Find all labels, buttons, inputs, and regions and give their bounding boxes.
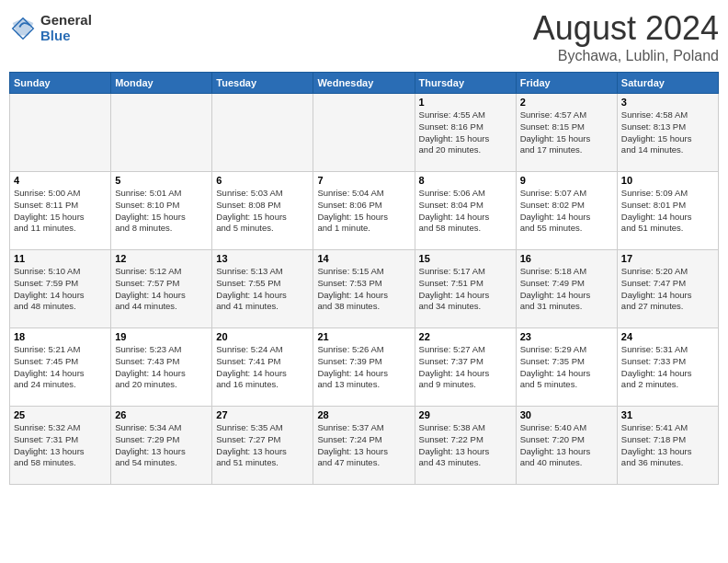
calendar-cell: 15Sunrise: 5:17 AM Sunset: 7:51 PM Dayli… — [415, 250, 516, 328]
day-info: Sunrise: 5:10 AM Sunset: 7:59 PM Dayligh… — [14, 266, 107, 313]
calendar-cell: 29Sunrise: 5:38 AM Sunset: 7:22 PM Dayli… — [415, 407, 516, 485]
day-info: Sunrise: 5:23 AM Sunset: 7:43 PM Dayligh… — [115, 344, 208, 391]
day-number: 9 — [520, 175, 613, 186]
header-saturday: Saturday — [617, 73, 718, 94]
day-number: 25 — [14, 409, 107, 420]
day-info: Sunrise: 5:32 AM Sunset: 7:31 PM Dayligh… — [14, 422, 107, 469]
day-number: 3 — [621, 97, 714, 108]
day-info: Sunrise: 5:31 AM Sunset: 7:33 PM Dayligh… — [621, 344, 714, 391]
day-number: 1 — [419, 97, 512, 108]
location-title: Bychawa, Lublin, Poland — [533, 48, 719, 64]
calendar-cell: 26Sunrise: 5:34 AM Sunset: 7:29 PM Dayli… — [111, 407, 212, 485]
calendar-cell: 27Sunrise: 5:35 AM Sunset: 7:27 PM Dayli… — [212, 407, 313, 485]
day-number: 20 — [216, 331, 309, 342]
calendar-cell: 24Sunrise: 5:31 AM Sunset: 7:33 PM Dayli… — [617, 328, 718, 407]
day-number: 21 — [317, 331, 410, 342]
day-info: Sunrise: 5:13 AM Sunset: 7:55 PM Dayligh… — [216, 266, 309, 313]
day-info: Sunrise: 4:57 AM Sunset: 8:15 PM Dayligh… — [520, 109, 613, 156]
day-info: Sunrise: 5:12 AM Sunset: 7:57 PM Dayligh… — [115, 266, 208, 313]
calendar-cell: 8Sunrise: 5:06 AM Sunset: 8:04 PM Daylig… — [415, 172, 516, 250]
day-number: 17 — [621, 253, 714, 264]
day-number: 13 — [216, 253, 309, 264]
title-block: August 2024 Bychawa, Lublin, Poland — [533, 9, 719, 64]
calendar-week-1: 1Sunrise: 4:55 AM Sunset: 8:16 PM Daylig… — [10, 94, 719, 172]
header-tuesday: Tuesday — [212, 73, 313, 94]
day-number: 31 — [621, 409, 714, 420]
day-info: Sunrise: 5:34 AM Sunset: 7:29 PM Dayligh… — [115, 422, 208, 469]
calendar-cell: 18Sunrise: 5:21 AM Sunset: 7:45 PM Dayli… — [10, 328, 111, 407]
calendar-cell: 23Sunrise: 5:29 AM Sunset: 7:35 PM Dayli… — [516, 328, 617, 407]
day-info: Sunrise: 5:40 AM Sunset: 7:20 PM Dayligh… — [520, 422, 613, 469]
calendar-cell: 13Sunrise: 5:13 AM Sunset: 7:55 PM Dayli… — [212, 250, 313, 328]
header-friday: Friday — [516, 73, 617, 94]
day-info: Sunrise: 5:00 AM Sunset: 8:11 PM Dayligh… — [14, 188, 107, 235]
calendar-cell: 14Sunrise: 5:15 AM Sunset: 7:53 PM Dayli… — [313, 250, 415, 328]
day-number: 15 — [419, 253, 512, 264]
day-number: 10 — [621, 175, 714, 186]
logo: General Blue — [9, 13, 92, 43]
day-number: 19 — [115, 331, 208, 342]
calendar-week-3: 11Sunrise: 5:10 AM Sunset: 7:59 PM Dayli… — [10, 250, 719, 328]
logo-blue: Blue — [40, 29, 92, 44]
header-monday: Monday — [111, 73, 212, 94]
header-sunday: Sunday — [10, 73, 111, 94]
logo-text: General Blue — [40, 13, 92, 43]
day-number: 12 — [115, 253, 208, 264]
calendar-week-2: 4Sunrise: 5:00 AM Sunset: 8:11 PM Daylig… — [10, 172, 719, 250]
day-number: 16 — [520, 253, 613, 264]
calendar-cell: 21Sunrise: 5:26 AM Sunset: 7:39 PM Dayli… — [313, 328, 415, 407]
calendar-cell: 10Sunrise: 5:09 AM Sunset: 8:01 PM Dayli… — [617, 172, 718, 250]
calendar-cell: 12Sunrise: 5:12 AM Sunset: 7:57 PM Dayli… — [111, 250, 212, 328]
day-number: 4 — [14, 175, 107, 186]
calendar-cell: 7Sunrise: 5:04 AM Sunset: 8:06 PM Daylig… — [313, 172, 415, 250]
calendar-cell: 31Sunrise: 5:41 AM Sunset: 7:18 PM Dayli… — [617, 407, 718, 485]
day-number: 14 — [317, 253, 410, 264]
calendar-cell: 11Sunrise: 5:10 AM Sunset: 7:59 PM Dayli… — [10, 250, 111, 328]
calendar-cell: 3Sunrise: 4:58 AM Sunset: 8:13 PM Daylig… — [617, 94, 718, 172]
page-header: General Blue August 2024 Bychawa, Lublin… — [9, 9, 719, 64]
day-number: 30 — [520, 409, 613, 420]
day-number: 23 — [520, 331, 613, 342]
logo-general: General — [40, 13, 92, 29]
calendar-cell: 30Sunrise: 5:40 AM Sunset: 7:20 PM Dayli… — [516, 407, 617, 485]
calendar-cell: 6Sunrise: 5:03 AM Sunset: 8:08 PM Daylig… — [212, 172, 313, 250]
day-info: Sunrise: 5:27 AM Sunset: 7:37 PM Dayligh… — [419, 344, 512, 391]
calendar-cell — [111, 94, 212, 172]
logo-icon — [9, 15, 37, 42]
day-number: 22 — [419, 331, 512, 342]
day-number: 24 — [621, 331, 714, 342]
calendar-header-row: SundayMondayTuesdayWednesdayThursdayFrid… — [10, 73, 719, 94]
calendar-week-5: 25Sunrise: 5:32 AM Sunset: 7:31 PM Dayli… — [10, 407, 719, 485]
calendar-cell: 1Sunrise: 4:55 AM Sunset: 8:16 PM Daylig… — [415, 94, 516, 172]
month-title: August 2024 — [533, 9, 719, 48]
calendar-cell: 20Sunrise: 5:24 AM Sunset: 7:41 PM Dayli… — [212, 328, 313, 407]
day-info: Sunrise: 5:01 AM Sunset: 8:10 PM Dayligh… — [115, 188, 208, 235]
day-number: 2 — [520, 97, 613, 108]
day-info: Sunrise: 5:15 AM Sunset: 7:53 PM Dayligh… — [317, 266, 410, 313]
calendar-cell: 16Sunrise: 5:18 AM Sunset: 7:49 PM Dayli… — [516, 250, 617, 328]
day-number: 5 — [115, 175, 208, 186]
calendar-cell: 28Sunrise: 5:37 AM Sunset: 7:24 PM Dayli… — [313, 407, 415, 485]
calendar-cell: 25Sunrise: 5:32 AM Sunset: 7:31 PM Dayli… — [10, 407, 111, 485]
calendar-cell — [212, 94, 313, 172]
day-number: 29 — [419, 409, 512, 420]
calendar-cell: 2Sunrise: 4:57 AM Sunset: 8:15 PM Daylig… — [516, 94, 617, 172]
day-number: 27 — [216, 409, 309, 420]
day-info: Sunrise: 5:26 AM Sunset: 7:39 PM Dayligh… — [317, 344, 410, 391]
svg-marker-1 — [13, 17, 34, 35]
day-number: 11 — [14, 253, 107, 264]
day-info: Sunrise: 5:24 AM Sunset: 7:41 PM Dayligh… — [216, 344, 309, 391]
calendar-cell: 19Sunrise: 5:23 AM Sunset: 7:43 PM Dayli… — [111, 328, 212, 407]
day-number: 28 — [317, 409, 410, 420]
day-info: Sunrise: 5:18 AM Sunset: 7:49 PM Dayligh… — [520, 266, 613, 313]
day-number: 26 — [115, 409, 208, 420]
calendar-cell: 22Sunrise: 5:27 AM Sunset: 7:37 PM Dayli… — [415, 328, 516, 407]
day-number: 8 — [419, 175, 512, 186]
calendar-week-4: 18Sunrise: 5:21 AM Sunset: 7:45 PM Dayli… — [10, 328, 719, 407]
day-info: Sunrise: 4:55 AM Sunset: 8:16 PM Dayligh… — [419, 109, 512, 156]
day-info: Sunrise: 5:03 AM Sunset: 8:08 PM Dayligh… — [216, 188, 309, 235]
calendar-cell: 9Sunrise: 5:07 AM Sunset: 8:02 PM Daylig… — [516, 172, 617, 250]
day-number: 18 — [14, 331, 107, 342]
day-info: Sunrise: 5:41 AM Sunset: 7:18 PM Dayligh… — [621, 422, 714, 469]
calendar-table: SundayMondayTuesdayWednesdayThursdayFrid… — [9, 72, 719, 485]
